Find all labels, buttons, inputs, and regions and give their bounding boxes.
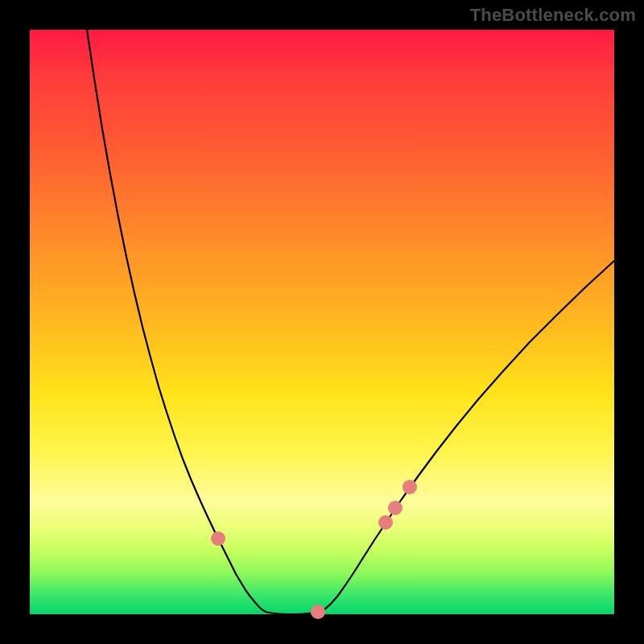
- marker-dot: [402, 480, 417, 494]
- marker-dot: [211, 531, 225, 546]
- marker-dot: [311, 605, 325, 619]
- marker-dot: [378, 515, 393, 530]
- curve-svg: [30, 30, 614, 614]
- marker-dot: [388, 501, 402, 515]
- watermark-text: TheBottleneck.com: [470, 5, 636, 26]
- marker-group: [186, 467, 417, 619]
- chart-frame: TheBottleneck.com: [0, 0, 644, 644]
- bottleneck-curve: [87, 30, 614, 614]
- plot-area: [30, 30, 614, 614]
